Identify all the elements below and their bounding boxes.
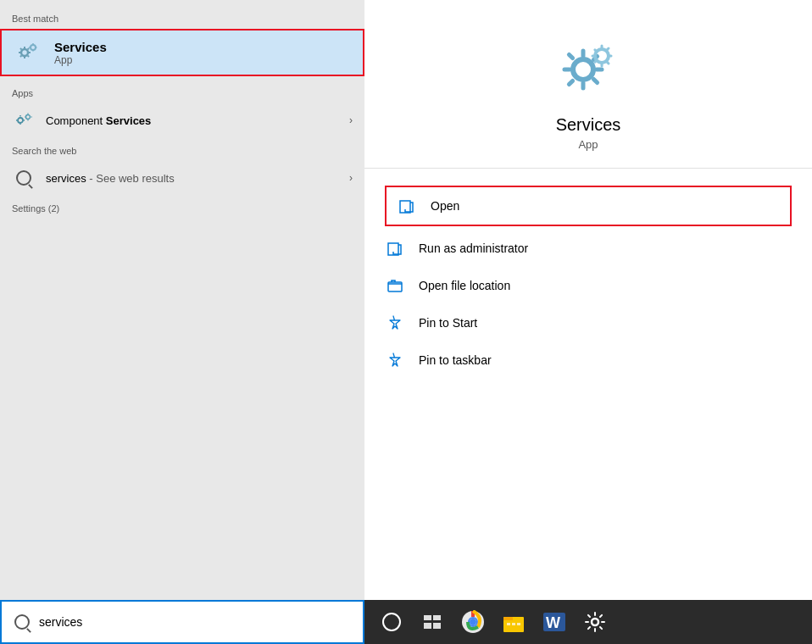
detail-header: Services App xyxy=(364,0,812,169)
component-services-label: Component Services xyxy=(46,114,349,127)
svg-point-9 xyxy=(383,613,400,630)
pin-to-start-icon xyxy=(385,313,405,333)
detail-gear-svg xyxy=(558,37,619,98)
svg-point-26 xyxy=(592,619,598,625)
search-input[interactable] xyxy=(39,615,353,629)
svg-rect-10 xyxy=(424,615,431,620)
settings-section: Settings (2) xyxy=(0,197,364,217)
apps-label: Apps xyxy=(0,83,364,102)
pin-to-start-action[interactable]: Pin to Start xyxy=(364,304,812,341)
best-match-subtitle: App xyxy=(54,54,107,66)
open-action-box: Open xyxy=(385,186,792,226)
search-circle-icon xyxy=(16,170,31,186)
svg-rect-22 xyxy=(512,623,515,625)
apps-section: Apps Component Services › xyxy=(0,83,364,139)
svg-point-4 xyxy=(573,59,593,80)
detail-app-icon xyxy=(554,34,622,102)
svg-point-17 xyxy=(470,619,476,625)
open-file-location-action[interactable]: Open file location xyxy=(364,267,812,304)
open-label: Open xyxy=(431,199,459,213)
svg-point-1 xyxy=(31,45,36,50)
svg-rect-23 xyxy=(517,623,520,625)
web-search-label: Search the web xyxy=(0,139,364,159)
svg-text:W: W xyxy=(546,614,560,631)
detail-app-type: App xyxy=(578,138,598,151)
taskbar-task-view-icon[interactable] xyxy=(415,605,449,639)
search-box-area xyxy=(0,600,364,644)
open-action[interactable]: Open xyxy=(387,187,790,225)
detail-panel: Services App Open xyxy=(364,0,812,644)
taskbar-file-explorer-icon[interactable] xyxy=(497,605,531,639)
open-file-location-label: Open file location xyxy=(419,279,510,292)
taskbar-search-icon[interactable] xyxy=(375,605,409,639)
web-search-section: Search the web services - See web result… xyxy=(0,139,364,197)
pin-to-taskbar-action[interactable]: Pin to taskbar xyxy=(364,341,812,379)
search-input-icon xyxy=(14,614,30,630)
component-services-icon xyxy=(12,108,36,132)
services-gear-svg xyxy=(15,39,42,66)
run-as-admin-icon xyxy=(385,238,405,258)
web-search-suffix: - See web results xyxy=(86,172,175,185)
svg-point-0 xyxy=(21,49,28,56)
taskbar-chrome-icon[interactable] xyxy=(456,605,490,639)
search-panel: Best match Services App Apps xyxy=(0,0,364,644)
settings-label: Settings (2) xyxy=(0,197,364,217)
best-match-title: Services xyxy=(54,40,107,54)
taskbar-settings-icon[interactable] xyxy=(578,605,612,639)
best-match-item[interactable]: Services App xyxy=(0,29,364,76)
results-area: Best match Services App Apps xyxy=(0,0,364,600)
web-search-text: services - See web results xyxy=(46,172,349,185)
svg-rect-12 xyxy=(424,623,431,629)
svg-rect-13 xyxy=(433,623,441,629)
detail-app-name: Services xyxy=(556,115,621,135)
svg-rect-11 xyxy=(433,615,441,620)
web-chevron: › xyxy=(349,172,353,184)
search-box-icon xyxy=(12,612,32,632)
detail-actions: Open Run as administrator Open file loca… xyxy=(364,169,812,392)
open-file-location-icon xyxy=(385,275,405,296)
component-services-item[interactable]: Component Services › xyxy=(0,102,364,139)
best-match-text: Services App xyxy=(54,40,107,66)
svg-point-2 xyxy=(18,118,23,123)
web-search-query: services xyxy=(46,172,86,185)
taskbar-word-icon[interactable]: W xyxy=(537,605,571,639)
pin-to-taskbar-icon xyxy=(385,350,405,370)
best-match-label: Best match xyxy=(0,8,364,27)
pin-to-taskbar-label: Pin to taskbar xyxy=(419,353,492,367)
web-search-icon xyxy=(12,166,36,190)
pin-to-start-label: Pin to Start xyxy=(419,316,477,330)
svg-rect-21 xyxy=(507,623,510,625)
services-app-icon xyxy=(14,37,44,68)
run-as-admin-label: Run as administrator xyxy=(419,242,528,255)
svg-point-3 xyxy=(26,115,31,119)
open-icon xyxy=(397,196,417,216)
taskbar: W xyxy=(364,600,812,644)
web-search-item[interactable]: services - See web results › xyxy=(0,159,364,197)
svg-rect-20 xyxy=(503,620,524,632)
run-as-admin-action[interactable]: Run as administrator xyxy=(364,230,812,267)
component-services-chevron: › xyxy=(349,114,353,126)
